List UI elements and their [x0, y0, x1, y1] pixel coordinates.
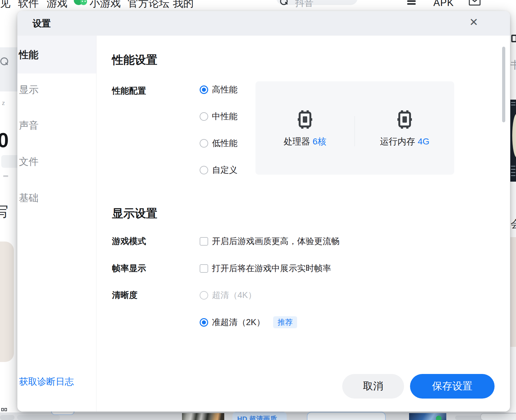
- shu-fragment: 书: [510, 58, 516, 72]
- display-heading: 显示设置: [112, 207, 157, 220]
- fps-label: 帧率显示: [112, 263, 146, 274]
- performance-config-label: 性能配置: [112, 85, 146, 96]
- tab-games[interactable]: 游戏: [47, 0, 67, 10]
- close-icon[interactable]: ✕: [465, 14, 482, 31]
- cpu-label: 处理器 6核: [255, 136, 355, 148]
- panel-divider: [355, 116, 355, 146]
- clarity-label: 清晰度: [112, 290, 138, 300]
- tiny-fragment: z: [2, 100, 5, 107]
- radio-option-high[interactable]: 高性能: [200, 84, 237, 95]
- screen: 见 软件 游戏 小游戏 官方论坛 我的 抖音 APK: [0, 0, 516, 420]
- online-dot: [436, 416, 442, 420]
- magnifier-icon: [0, 57, 8, 65]
- radio-disabled-icon: [200, 291, 208, 300]
- glyph-fragment: 写: [0, 203, 8, 218]
- game-mode-label: 游戏模式: [112, 236, 146, 247]
- cpu-block: 处理器 6核: [255, 81, 355, 175]
- radio-icon[interactable]: [200, 166, 208, 174]
- radio-option-medium[interactable]: 中性能: [200, 111, 237, 122]
- hui-fragment: 会: [511, 217, 516, 231]
- radio-icon[interactable]: [200, 112, 208, 121]
- background-search-band: [0, 47, 17, 91]
- game-mode-row[interactable]: 开启后游戏画质更高，体验更流畅: [200, 236, 340, 247]
- sidebar-item-performance[interactable]: 性能: [19, 49, 93, 61]
- background-card-left: [0, 242, 14, 362]
- sidebar-divider: [96, 36, 97, 411]
- search-input[interactable]: [276, 0, 358, 5]
- settings-dialog: 设置 ✕ 性能 显示 声音 文件 基础 获取诊断日志 性能设置 性能配置 高性能…: [17, 11, 510, 411]
- menu-icon[interactable]: [407, 0, 416, 2]
- ram-value: 4G: [418, 137, 429, 146]
- save-settings-button[interactable]: 保存设置: [410, 374, 495, 399]
- sidebar-item-sound[interactable]: 声音: [19, 119, 93, 132]
- tab-forum[interactable]: 官方论坛: [128, 0, 169, 10]
- book-cover-thumbnail: [510, 100, 516, 182]
- tab-minigames[interactable]: 小游戏: [90, 0, 121, 10]
- topbar-fragment: 见: [0, 0, 10, 10]
- search-placeholder: 抖音: [295, 0, 314, 9]
- background-card-corner: [307, 412, 386, 420]
- mail-icon[interactable]: [469, 0, 481, 6]
- radio-option-custom[interactable]: 自定义: [200, 165, 237, 175]
- big-digit-fragment: 0: [0, 129, 9, 152]
- clarity-option-2k[interactable]: 准超清（2K） 推荐: [200, 317, 297, 328]
- radio-selected-icon[interactable]: [200, 85, 208, 94]
- dialog-scrollbar[interactable]: [502, 47, 505, 122]
- wechat-minigame-icon: [74, 0, 89, 8]
- background-card-right: [510, 237, 516, 347]
- radio-option-low[interactable]: 低性能: [200, 138, 237, 149]
- sidebar-item-display[interactable]: 显示: [19, 84, 93, 96]
- cancel-button[interactable]: 取消: [342, 374, 404, 399]
- sidebar-item-files[interactable]: 文件: [19, 155, 93, 168]
- clarity-option-4k[interactable]: 超清（4K）: [200, 290, 256, 300]
- fps-row[interactable]: 打开后将在游戏中展示实时帧率: [200, 263, 331, 274]
- photo-thumbnail: [182, 413, 224, 420]
- hardware-panel: 处理器 6核 运行内存 4G: [255, 81, 454, 175]
- apk-button[interactable]: APK: [433, 0, 454, 9]
- game-mode-checkbox[interactable]: [200, 237, 208, 246]
- radio-icon[interactable]: [200, 139, 208, 148]
- diagnostic-log-link[interactable]: 获取诊断日志: [19, 376, 74, 388]
- dialog-header: 设置: [17, 11, 510, 36]
- ram-icon: [397, 110, 412, 129]
- dialog-title: 设置: [32, 17, 51, 30]
- tab-mine[interactable]: 我的: [173, 0, 194, 10]
- cpu-value: 6核: [313, 137, 326, 146]
- ram-block: 运行内存 4G: [355, 81, 454, 175]
- tab-software[interactable]: 软件: [18, 0, 39, 10]
- sidebar-item-basic[interactable]: 基础: [19, 192, 93, 204]
- performance-heading: 性能设置: [112, 53, 157, 67]
- cpu-icon: [298, 110, 312, 129]
- ram-label: 运行内存 4G: [355, 136, 454, 148]
- fps-checkbox[interactable]: [200, 264, 208, 273]
- recommended-badge: 推荐: [273, 316, 297, 328]
- glyph-box-fragment: [511, 35, 516, 42]
- radio-selected-icon[interactable]: [200, 318, 208, 327]
